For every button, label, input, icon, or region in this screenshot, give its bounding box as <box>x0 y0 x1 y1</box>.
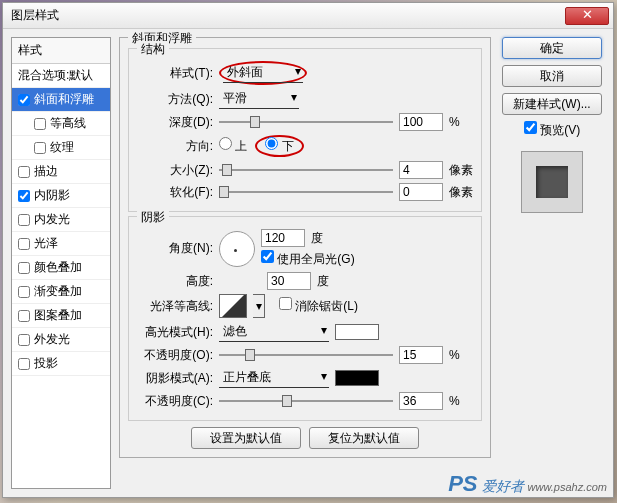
sidebar-item[interactable]: 纹理 <box>12 136 110 160</box>
sidebar-item-checkbox[interactable] <box>18 334 30 346</box>
size-input[interactable] <box>399 161 443 179</box>
close-button[interactable]: ✕ <box>565 7 609 25</box>
method-dropdown[interactable]: 平滑 <box>219 89 299 109</box>
size-unit: 像素 <box>449 162 473 179</box>
sidebar-item-checkbox[interactable] <box>18 358 30 370</box>
highlight-opacity-input[interactable] <box>399 346 443 364</box>
shading-title: 阴影 <box>137 209 169 226</box>
shadow-opacity-input[interactable] <box>399 392 443 410</box>
shadow-color-swatch[interactable] <box>335 370 379 386</box>
preview-checkbox[interactable]: 预览(V) <box>524 121 580 139</box>
angle-input[interactable] <box>261 229 305 247</box>
shading-group: 阴影 角度(N): 度 使用全局光(G) <box>128 216 482 421</box>
sidebar-item-label: 外发光 <box>34 331 70 348</box>
depth-unit: % <box>449 115 473 129</box>
sidebar-item-checkbox[interactable] <box>18 190 30 202</box>
sidebar-item-checkbox[interactable] <box>18 262 30 274</box>
altitude-label: 高度: <box>137 273 213 290</box>
direction-up[interactable]: 上 <box>219 137 247 155</box>
sidebar-item[interactable]: 混合选项:默认 <box>12 64 110 88</box>
sidebar-item-label: 纹理 <box>50 139 74 156</box>
sidebar-item[interactable]: 颜色叠加 <box>12 256 110 280</box>
gloss-contour-dropdown[interactable]: ▾ <box>253 294 265 318</box>
watermark: PS 爱好者 www.psahz.com <box>448 471 607 497</box>
make-default-button[interactable]: 设置为默认值 <box>191 427 301 449</box>
direction-radio-group: 上 下 <box>219 135 304 157</box>
soften-slider[interactable] <box>219 184 393 200</box>
style-dropdown[interactable]: 外斜面 <box>223 63 303 83</box>
depth-slider[interactable] <box>219 114 393 130</box>
reset-default-button[interactable]: 复位为默认值 <box>309 427 419 449</box>
sidebar-item-label: 斜面和浮雕 <box>34 91 94 108</box>
structure-title: 结构 <box>137 41 169 58</box>
direction-label: 方向: <box>137 138 213 155</box>
sidebar-item[interactable]: 斜面和浮雕 <box>12 88 110 112</box>
direction-down-highlight: 下 <box>255 135 303 157</box>
dialog-title: 图层样式 <box>7 7 565 24</box>
styles-sidebar: 样式 混合选项:默认斜面和浮雕等高线纹理描边内阴影内发光光泽颜色叠加渐变叠加图案… <box>11 37 111 489</box>
sidebar-item-checkbox[interactable] <box>34 118 46 130</box>
global-light-checkbox[interactable]: 使用全局光(G) <box>261 250 355 268</box>
angle-unit: 度 <box>311 230 335 247</box>
highlight-mode-label: 高光模式(H): <box>137 324 213 341</box>
soften-input[interactable] <box>399 183 443 201</box>
shadow-opacity-slider[interactable] <box>219 393 393 409</box>
preview-swatch <box>521 151 583 213</box>
size-slider[interactable] <box>219 162 393 178</box>
size-label: 大小(Z): <box>137 162 213 179</box>
sidebar-item-checkbox[interactable] <box>34 142 46 154</box>
cancel-button[interactable]: 取消 <box>502 65 602 87</box>
gloss-contour-swatch[interactable] <box>219 294 247 318</box>
altitude-input[interactable] <box>267 272 311 290</box>
gloss-contour-label: 光泽等高线: <box>137 298 213 315</box>
right-panel: 确定 取消 新建样式(W)... 预览(V) <box>499 37 605 489</box>
shadow-opacity-label: 不透明度(C): <box>137 393 213 410</box>
sidebar-item-label: 内阴影 <box>34 187 70 204</box>
titlebar[interactable]: 图层样式 ✕ <box>3 3 613 29</box>
style-highlight: 外斜面 <box>219 61 307 85</box>
sidebar-item-label: 颜色叠加 <box>34 259 82 276</box>
soften-label: 软化(F): <box>137 184 213 201</box>
method-label: 方法(Q): <box>137 91 213 108</box>
ok-button[interactable]: 确定 <box>502 37 602 59</box>
sidebar-item[interactable]: 等高线 <box>12 112 110 136</box>
sidebar-item-label: 等高线 <box>50 115 86 132</box>
sidebar-item[interactable]: 内发光 <box>12 208 110 232</box>
sidebar-item[interactable]: 内阴影 <box>12 184 110 208</box>
altitude-unit: 度 <box>317 273 341 290</box>
angle-label: 角度(N): <box>137 240 213 257</box>
direction-down[interactable]: 下 <box>265 139 293 153</box>
sidebar-item-checkbox[interactable] <box>18 166 30 178</box>
angle-widget[interactable] <box>219 231 255 267</box>
sidebar-item[interactable]: 外发光 <box>12 328 110 352</box>
sidebar-item[interactable]: 光泽 <box>12 232 110 256</box>
sidebar-item-label: 光泽 <box>34 235 58 252</box>
shadow-mode-label: 阴影模式(A): <box>137 370 213 387</box>
sidebar-item-label: 投影 <box>34 355 58 372</box>
sidebar-item-label: 混合选项:默认 <box>18 67 93 84</box>
sidebar-item[interactable]: 图案叠加 <box>12 304 110 328</box>
sidebar-item-label: 内发光 <box>34 211 70 228</box>
depth-input[interactable] <box>399 113 443 131</box>
shadow-mode-dropdown[interactable]: 正片叠底 <box>219 368 329 388</box>
layer-style-dialog: 图层样式 ✕ 样式 混合选项:默认斜面和浮雕等高线纹理描边内阴影内发光光泽颜色叠… <box>2 2 614 498</box>
new-style-button[interactable]: 新建样式(W)... <box>502 93 602 115</box>
sidebar-item-checkbox[interactable] <box>18 238 30 250</box>
sidebar-header: 样式 <box>12 38 110 64</box>
sidebar-item-checkbox[interactable] <box>18 94 30 106</box>
sidebar-item-checkbox[interactable] <box>18 310 30 322</box>
antialias-checkbox[interactable]: 消除锯齿(L) <box>279 297 358 315</box>
highlight-opacity-label: 不透明度(O): <box>137 347 213 364</box>
style-label: 样式(T): <box>137 65 213 82</box>
highlight-opacity-slider[interactable] <box>219 347 393 363</box>
highlight-mode-dropdown[interactable]: 滤色 <box>219 322 329 342</box>
highlight-opacity-unit: % <box>449 348 473 362</box>
sidebar-item-label: 描边 <box>34 163 58 180</box>
depth-label: 深度(D): <box>137 114 213 131</box>
sidebar-item[interactable]: 渐变叠加 <box>12 280 110 304</box>
sidebar-item-checkbox[interactable] <box>18 214 30 226</box>
sidebar-item-checkbox[interactable] <box>18 286 30 298</box>
highlight-color-swatch[interactable] <box>335 324 379 340</box>
sidebar-item[interactable]: 描边 <box>12 160 110 184</box>
sidebar-item[interactable]: 投影 <box>12 352 110 376</box>
